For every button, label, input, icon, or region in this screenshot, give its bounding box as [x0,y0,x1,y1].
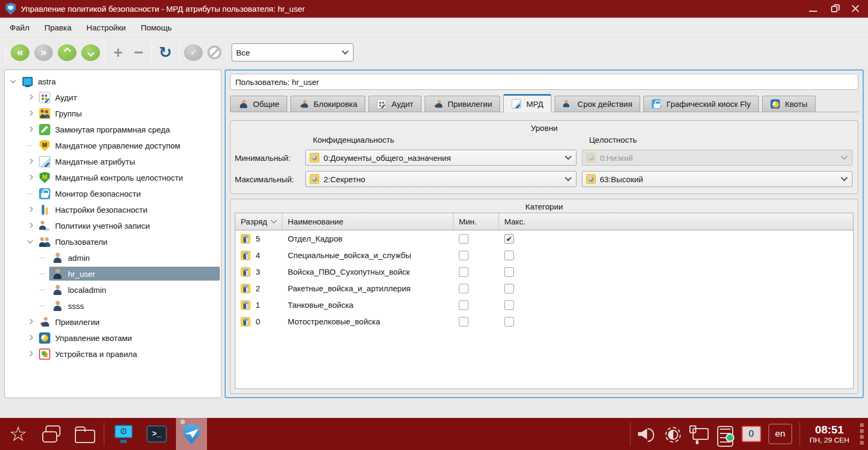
min-checkbox[interactable] [459,284,468,293]
integrity-level-badge[interactable]: 0 [742,426,761,442]
remove-button[interactable]: − [131,44,147,60]
tree-item-admin[interactable]: admin [6,250,220,266]
min-checkbox[interactable] [459,251,468,260]
filter-select[interactable]: Все [232,43,354,61]
keyboard-layout-indicator[interactable]: en [769,424,792,444]
screen: Управление политикой безопасности - МРД … [0,0,868,450]
tree-item-hr-user[interactable]: hr_user [6,266,220,282]
max-checkbox[interactable]: ✔ [504,234,514,244]
clock[interactable]: 08:51 ПН, 29 СЕН [808,423,851,445]
expander-icon[interactable] [26,205,35,214]
launcher-star-button[interactable]: ☆ [4,420,32,448]
max-integrity-select[interactable]: 63:Высокий [582,171,853,187]
tab-mrd[interactable]: МРД [503,94,551,112]
expander-icon[interactable] [26,125,35,134]
expander-icon[interactable] [26,173,35,182]
nav-first-button[interactable]: « [11,44,29,61]
nav-last-button[interactable]: » [34,44,53,61]
window-switcher-button[interactable] [37,420,65,448]
expander-icon[interactable] [26,350,35,359]
tree-item-security-settings[interactable]: Настройки безопасности [6,201,220,218]
menu-help[interactable]: Помощь [133,19,179,36]
kiosk-icon [652,99,661,108]
close-icon[interactable] [851,5,859,13]
tree-item-integrity-control[interactable]: Мандатный контроль целостности [6,169,220,185]
active-app-security-policy[interactable] [176,418,207,450]
min-checkbox[interactable] [459,234,468,244]
table-row[interactable]: 4 Специальные_войска_и_службы [235,247,853,263]
integrity-column-header: Целостность [582,135,853,144]
column-header-max[interactable]: Макс. [499,213,853,230]
tree-item-users[interactable]: Пользователи [6,234,220,250]
expander-icon[interactable] [26,221,35,230]
apply-button[interactable]: ✓ [184,44,203,61]
min-checkbox[interactable] [459,317,468,327]
bit-value: 2 [256,284,260,293]
tab-privileges[interactable]: Привилегии [425,96,500,112]
menu-file[interactable]: Файл [2,19,37,36]
nav-up-button[interactable] [58,44,76,61]
expander-icon[interactable] [9,77,18,86]
max-checkbox[interactable] [504,317,514,327]
max-confidentiality-select[interactable]: 2:Секретно [305,171,577,187]
nav-down-button[interactable] [81,44,100,61]
tree-item-astra[interactable]: astra [6,73,220,89]
tab-audit[interactable]: Аудит [368,96,421,112]
tree-item-groups[interactable]: Группы [6,105,220,121]
max-checkbox[interactable] [504,251,514,260]
expander-icon[interactable] [26,109,35,118]
menu-edit[interactable]: Правка [37,19,79,36]
maximum-row-label: Максимальный: [235,175,300,184]
expander-icon[interactable] [26,317,35,327]
expander-icon[interactable] [26,237,35,246]
tree-item-mandatory-attrs[interactable]: Мандатные атрибуты [6,153,220,169]
cancel-button[interactable] [208,45,221,59]
expander-icon[interactable] [26,157,35,166]
network-icon[interactable] [688,425,709,443]
brightness-icon[interactable] [664,425,681,443]
tree-item-closed-env[interactable]: Замкнутая программная среда [6,121,220,137]
table-row[interactable]: 2 Ракетные_войска_и_артиллерия [235,280,853,297]
tree-item-audit[interactable]: Аудит [6,89,220,105]
tab-expiry[interactable]: Срок действия [555,96,641,112]
column-header-min[interactable]: Мин. [454,213,499,230]
tab-lock[interactable]: Блокировка [290,96,365,112]
tree-item-privileges[interactable]: Привилегии [6,314,220,330]
tree-item-label: Мандатное управление доступом [55,141,180,150]
table-row[interactable]: 0 Мотострелковые_войска [235,313,853,330]
minimize-icon[interactable] [809,11,817,12]
table-row[interactable]: 3 Войска_ПВО_Сухопутных_войск [235,263,853,280]
add-button[interactable]: + [110,44,126,60]
min-confidentiality-select[interactable]: 0:Документы_общего_назначения [305,150,577,166]
volume-icon[interactable] [638,426,656,441]
settings-app-button[interactable]: ⚙ [110,420,137,448]
restore-icon[interactable] [831,6,838,12]
menu-settings[interactable]: Настройки [79,19,134,36]
column-header-bit[interactable]: Разряд [235,213,282,230]
tree-item-account-policies[interactable]: Политики учетной записи [6,218,220,234]
tab-quotas[interactable]: Квоты [762,96,816,112]
tree-item-quotas[interactable]: Управление квотами [6,330,220,346]
tree-item-mac[interactable]: Мандатное управление доступом [6,137,220,153]
tree-item-ssss[interactable]: ssss [6,298,220,314]
table-row[interactable]: 1 Танковые_войска [235,297,853,313]
refresh-button[interactable]: ↻ [157,45,174,60]
tab-general[interactable]: Общие [230,96,287,112]
table-row[interactable]: 5 Отдел_Кадров ✔ [235,230,853,247]
tree-item-security-monitor[interactable]: Монитор безопасности [6,185,220,201]
tree-item-devices[interactable]: Устройства и правила [6,346,220,362]
max-checkbox[interactable] [504,300,514,310]
panel-grip-handle[interactable] [859,423,864,445]
expander-icon[interactable] [26,93,35,102]
terminal-app-button[interactable]: >_ [143,420,171,448]
max-checkbox[interactable] [504,267,514,277]
max-checkbox[interactable] [504,284,514,293]
expander-icon[interactable] [26,333,35,343]
battery-icon[interactable] [716,425,734,443]
tab-fly-kiosk[interactable]: Графический киоск Fly [643,96,758,112]
file-manager-button[interactable] [71,420,98,448]
min-checkbox[interactable] [459,267,468,277]
column-header-name[interactable]: Наименование [282,213,454,230]
min-checkbox[interactable] [459,300,468,310]
tree-item-localadmin[interactable]: localadmin [6,282,220,298]
